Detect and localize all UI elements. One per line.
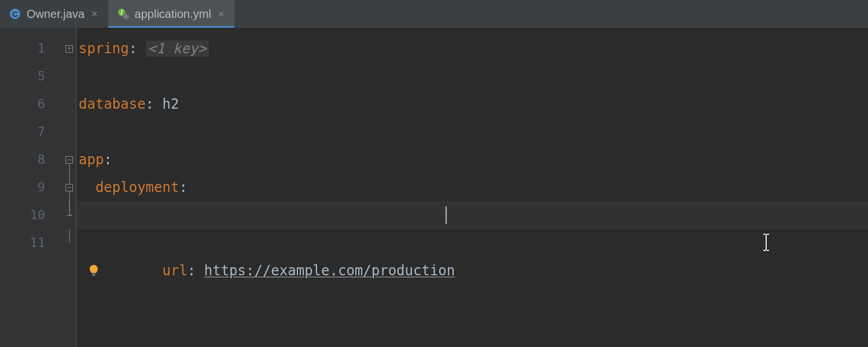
svg-rect-6 (93, 275, 95, 276)
code-line[interactable]: database: h2 (76, 90, 868, 118)
fold-spacer (62, 229, 76, 257)
line-number: 5 (0, 62, 62, 90)
code-line[interactable] (76, 118, 868, 146)
yaml-key: app (79, 152, 104, 168)
code-line[interactable]: spring: <1 key> (76, 35, 868, 62)
editor: 1 5 6 7 8 9 10 11 + − − (0, 28, 868, 347)
fold-spacer (62, 118, 76, 146)
line-number: 7 (0, 118, 62, 146)
fold-collapse[interactable]: − (62, 146, 76, 174)
line-number: 11 (0, 229, 62, 257)
line-number: 1 (0, 35, 62, 62)
line-number: 6 (0, 90, 62, 118)
yaml-colon: : (104, 152, 112, 168)
code-line[interactable]: deployment: (76, 174, 868, 201)
tab-label: Owner.java (27, 8, 84, 21)
line-number: 10 (0, 201, 62, 229)
intention-bulb-icon[interactable] (87, 257, 101, 285)
tab-label: application.yml (135, 8, 211, 21)
yaml-colon: : (187, 263, 204, 279)
text-caret (446, 206, 447, 224)
code-line-active[interactable]: url: https://example.com/production (76, 201, 868, 229)
indent (129, 263, 163, 279)
code-line[interactable]: app: (76, 146, 868, 174)
fold-spacer (62, 62, 76, 90)
close-icon[interactable]: × (217, 7, 226, 21)
indent (79, 179, 95, 195)
code-area[interactable]: spring: <1 key> database: h2 app: deploy… (76, 28, 868, 347)
line-number: 8 (0, 146, 62, 174)
yaml-key: deployment (95, 179, 179, 195)
close-icon[interactable]: × (90, 7, 99, 21)
line-number-gutter: 1 5 6 7 8 9 10 11 (0, 28, 62, 347)
yaml-key: url (163, 263, 187, 279)
yaml-key: database (79, 96, 146, 112)
yaml-value: h2 (163, 96, 179, 112)
code-line[interactable] (76, 229, 868, 257)
tabs-bar: C Owner.java × application.yml × (0, 0, 868, 28)
fold-collapse[interactable]: − (62, 174, 76, 201)
folded-region-hint[interactable]: <1 key> (146, 40, 209, 57)
yaml-key: spring (79, 40, 129, 57)
yaml-value-url[interactable]: https://example.com/production (204, 263, 455, 279)
svg-text:C: C (12, 10, 18, 19)
fold-end[interactable] (62, 201, 76, 229)
class-icon: C (9, 8, 21, 20)
code-line[interactable] (76, 62, 868, 90)
line-number: 9 (0, 174, 62, 201)
spring-yml-icon (117, 8, 129, 20)
tab-application-yml[interactable]: application.yml × (108, 0, 235, 28)
yaml-colon: : (129, 40, 146, 57)
fold-expand[interactable]: + (62, 35, 76, 62)
yaml-colon: : (146, 96, 163, 112)
tab-owner-java[interactable]: C Owner.java × (0, 0, 108, 28)
svg-rect-5 (92, 274, 95, 275)
fold-gutter: + − − (62, 28, 76, 347)
yaml-colon: : (179, 179, 187, 195)
fold-spacer (62, 90, 76, 118)
